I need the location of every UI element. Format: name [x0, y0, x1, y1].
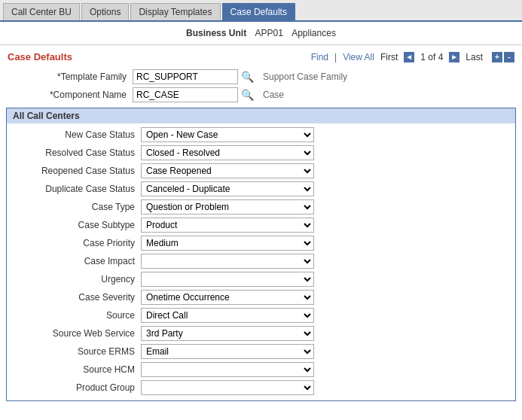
prev-button[interactable]: ◄	[404, 52, 414, 62]
field-row: Reopened Case StatusCase Reopened	[10, 163, 512, 179]
add-remove-buttons: + -	[492, 52, 514, 62]
field-select[interactable]: Onetime Occurrence	[141, 290, 314, 305]
call-centers-title: All Call Centers	[7, 108, 515, 123]
tab-options[interactable]: Options	[81, 3, 129, 20]
tab-display-templates[interactable]: Display Templates	[130, 3, 220, 20]
field-label: Source ERMS	[13, 346, 141, 357]
field-row: Resolved Case StatusClosed - Resolved	[10, 145, 512, 161]
field-label: Source	[13, 310, 141, 321]
add-button[interactable]: +	[492, 52, 502, 62]
field-select[interactable]: Open - New Case	[141, 127, 314, 142]
field-label: Case Impact	[13, 256, 141, 266]
template-family-hint: Support Case Family	[263, 72, 347, 82]
field-select[interactable]: Canceled - Duplicate	[141, 181, 314, 196]
field-row: Case TypeQuestion or Problem	[10, 199, 512, 215]
template-family-input[interactable]	[133, 69, 238, 84]
field-select[interactable]: Question or Problem	[141, 199, 314, 215]
field-row: Source ERMSEmail	[10, 343, 512, 360]
template-family-label: *Template Family	[12, 72, 133, 82]
field-select[interactable]: Product	[141, 218, 314, 233]
tab-call-center-bu[interactable]: Call Center BU	[3, 3, 80, 20]
field-row: Case SubtypeProduct	[10, 217, 512, 233]
section-nav: Find | View All First ◄ 1 of 4 ► Last + …	[311, 52, 514, 62]
component-name-input-wrap: 🔍 Case	[133, 87, 284, 102]
find-link[interactable]: Find	[311, 52, 328, 62]
template-family-input-wrap: 🔍 Support Case Family	[133, 69, 347, 84]
field-select[interactable]: Direct Call	[141, 308, 314, 323]
field-row: Case Impact	[10, 253, 512, 269]
bu-label: Business Unit	[186, 28, 246, 38]
field-row: Case SeverityOnetime Occurrence	[10, 289, 512, 306]
field-select[interactable]: Medium	[141, 236, 314, 251]
field-select[interactable]	[141, 272, 314, 287]
field-row: Case PriorityMedium	[10, 235, 512, 251]
fields-container: New Case StatusOpen - New CaseResolved C…	[10, 126, 512, 396]
page-info: 1 of 4	[420, 52, 443, 62]
field-label: Reopened Case Status	[13, 166, 141, 176]
field-row: Urgency	[10, 271, 512, 288]
call-centers-box: All Call Centers New Case StatusOpen - N…	[6, 108, 516, 401]
remove-button[interactable]: -	[504, 52, 514, 62]
bu-value: APP01	[255, 28, 282, 38]
field-label: Duplicate Case Status	[13, 184, 141, 194]
section-title: Case Defaults	[8, 51, 72, 62]
next-button[interactable]: ►	[449, 52, 459, 62]
field-select[interactable]: 3rd Party	[141, 326, 314, 341]
view-all-link[interactable]: View All	[343, 52, 374, 62]
field-select[interactable]	[141, 254, 314, 269]
component-name-input[interactable]	[133, 87, 238, 102]
field-label: Resolved Case Status	[13, 148, 141, 158]
field-label: New Case Status	[13, 129, 141, 140]
component-name-label: *Component Name	[12, 90, 133, 100]
last-label: Last	[466, 52, 483, 62]
bu-name: Appliances	[292, 28, 336, 38]
field-row: New Case StatusOpen - New Case	[10, 126, 512, 143]
field-label: Case Severity	[13, 292, 141, 303]
field-row: Source Web Service3rd Party	[10, 325, 512, 342]
field-label: Product Group	[13, 382, 141, 393]
template-family-row: *Template Family 🔍 Support Case Family	[6, 68, 516, 85]
content-area: Case Defaults Find | View All First ◄ 1 …	[0, 45, 522, 409]
field-row: Source HCM	[10, 361, 512, 378]
field-label: Source HCM	[13, 364, 141, 375]
component-name-search-icon[interactable]: 🔍	[241, 89, 254, 101]
template-family-search-icon[interactable]: 🔍	[241, 71, 254, 83]
field-select[interactable]: Email	[141, 344, 314, 359]
field-select[interactable]	[141, 362, 314, 377]
field-label: Case Priority	[13, 238, 141, 248]
field-select[interactable]: Case Reopened	[141, 163, 314, 178]
field-row: Duplicate Case StatusCanceled - Duplicat…	[10, 181, 512, 197]
field-row: Product Group	[10, 379, 512, 396]
tabs-bar: Call Center BU Options Display Templates…	[0, 0, 522, 22]
field-select[interactable]	[141, 380, 314, 395]
component-name-hint: Case	[263, 90, 284, 100]
field-label: Source Web Service	[13, 328, 141, 339]
field-row: SourceDirect Call	[10, 307, 512, 324]
bu-bar: Business Unit APP01 Appliances	[0, 22, 522, 45]
field-label: Urgency	[13, 274, 141, 285]
section-header: Case Defaults Find | View All First ◄ 1 …	[6, 48, 516, 65]
component-name-row: *Component Name 🔍 Case	[6, 87, 516, 103]
field-select[interactable]: Closed - Resolved	[141, 145, 314, 160]
field-label: Case Type	[13, 202, 141, 212]
first-label: First	[380, 52, 398, 62]
field-label: Case Subtype	[13, 220, 141, 230]
tab-case-defaults[interactable]: Case Defaults	[222, 3, 295, 20]
